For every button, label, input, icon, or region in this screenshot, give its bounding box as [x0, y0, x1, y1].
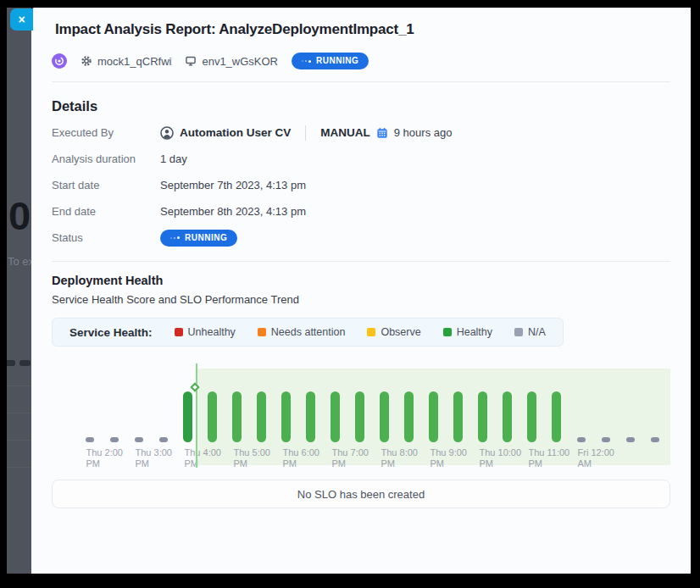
health-chart: Thu 2:00PMThu 3:00PMThu 4:00PMThu 5:00PM… [52, 356, 670, 473]
status-badge: RUNNING [160, 230, 237, 247]
detail-label: End date [52, 205, 160, 218]
service-health-legend: Service Health: UnhealthyNeeds attention… [52, 318, 564, 347]
health-bar[interactable] [429, 391, 438, 442]
x-axis-label: Fri 12:00AM [578, 447, 614, 469]
user-avatar-icon [160, 126, 174, 140]
legend-label: Healthy [457, 326, 492, 338]
health-bar[interactable] [503, 391, 512, 442]
background-count-text: 0 [8, 192, 30, 239]
health-bar[interactable] [626, 437, 635, 442]
legend-label: Observe [381, 326, 420, 338]
detail-label: Executed By [52, 126, 160, 139]
legend-swatch [175, 328, 183, 336]
x-axis-label: Thu 7:00PM [332, 447, 369, 469]
background-row-divider [7, 413, 31, 413]
details-heading: Details [52, 98, 670, 114]
legend-item: Observe [367, 326, 420, 338]
legend-label: Needs attention [271, 326, 346, 338]
legend-item: Healthy [443, 326, 492, 338]
health-bar[interactable] [183, 391, 192, 442]
close-icon[interactable]: × [10, 8, 33, 31]
legend-swatch [258, 328, 266, 336]
detail-row-status: Status RUNNING [52, 225, 670, 251]
impact-analysis-report-drawer: Impact Analysis Report: AnalyzeDeploymen… [31, 8, 691, 574]
service-chip: mock1_qCRfwi [81, 55, 171, 68]
trigger-mode: MANUAL [320, 126, 370, 139]
analysis-duration-value: 1 day [160, 153, 187, 165]
legend-item: Needs attention [258, 326, 346, 338]
health-bar[interactable] [306, 391, 315, 442]
report-meta-row: mock1_qCRfwi env1_wGsKOR RUNNING [52, 51, 667, 71]
deployment-health-heading: Deployment Health [52, 274, 670, 287]
service-name: mock1_qCRfwi [97, 55, 171, 68]
detail-label: Status [52, 231, 160, 244]
legend-title: Service Health: [69, 326, 153, 339]
vertical-divider [305, 125, 306, 141]
slo-empty-message: No SLO has been created [297, 488, 425, 501]
status-badge: RUNNING [292, 53, 369, 69]
health-bar[interactable] [232, 391, 242, 442]
dimmed-page-backdrop: 0 To expa [7, 8, 31, 574]
running-dots-icon [170, 236, 180, 239]
x-axis-label: Thu 11:00PM [529, 447, 570, 469]
health-bar[interactable] [110, 437, 119, 442]
detail-row-start-date: Start date September 7th 2023, 4:13 pm [52, 172, 670, 198]
impact-analysis-icon [52, 53, 67, 69]
health-bar[interactable] [404, 391, 414, 442]
deployment-marker-line [196, 363, 197, 468]
x-axis-label: Thu 5:00PM [234, 447, 270, 469]
legend-item: N/A [514, 326, 546, 338]
status-badge-label: RUNNING [316, 57, 358, 65]
end-date-value: September 8th 2023, 4:13 pm [160, 205, 306, 218]
health-bar[interactable] [552, 391, 561, 442]
slo-empty-state: No SLO has been created [52, 480, 670, 508]
detail-label: Analysis duration [52, 153, 160, 165]
running-dots-icon [302, 60, 311, 63]
detail-row-duration: Analysis duration 1 day [52, 146, 670, 172]
background-chart-stub [19, 360, 31, 366]
detail-row-executed-by: Executed By Automation User CV MANUAL 9 … [52, 119, 670, 146]
environment-icon [185, 55, 197, 67]
x-axis-label: Thu 3:00PM [136, 447, 172, 469]
health-bar[interactable] [135, 437, 143, 442]
x-axis-label: Thu 6:00PM [283, 447, 319, 469]
health-bar[interactable] [453, 391, 463, 442]
detail-label: Start date [52, 179, 160, 191]
legend-label: Unhealthy [188, 326, 236, 338]
health-bar[interactable] [208, 391, 217, 442]
x-axis-label: Thu 10:00PM [480, 447, 522, 469]
health-bar[interactable] [355, 391, 364, 442]
chart-subtitle: Service Health Score and SLO Performance… [52, 293, 670, 306]
gear-icon [81, 55, 92, 67]
health-bar[interactable] [527, 391, 536, 442]
background-row-divider [7, 467, 31, 468]
health-bar[interactable] [281, 391, 291, 442]
details-section: Details Executed By Automation User CV M… [31, 82, 691, 251]
legend-swatch [514, 328, 523, 336]
x-axis-label: Thu 2:00PM [86, 447, 123, 469]
legend-swatch [367, 328, 375, 336]
health-bar[interactable] [380, 391, 389, 442]
start-date-value: September 7th 2023, 4:13 pm [160, 179, 306, 191]
background-partial-text: To expa [8, 255, 31, 268]
executed-time-ago: 9 hours ago [394, 126, 453, 139]
background-chart-stub [7, 360, 15, 366]
legend-item: Unhealthy [175, 326, 236, 338]
background-row-divider [7, 440, 31, 441]
health-bar[interactable] [651, 437, 659, 442]
health-bar[interactable] [478, 391, 487, 442]
health-bar[interactable] [577, 437, 586, 442]
health-bar[interactable] [602, 437, 610, 442]
deployment-health-section: Deployment Health Service Health Score a… [31, 262, 691, 508]
calendar-icon [376, 127, 388, 139]
health-bar[interactable] [86, 437, 94, 442]
health-bar[interactable] [331, 391, 340, 442]
x-axis-label: Thu 4:00PM [185, 447, 221, 469]
x-axis-label: Thu 8:00PM [381, 447, 418, 469]
health-bar[interactable] [257, 391, 266, 442]
report-title: Impact Analysis Report: AnalyzeDeploymen… [31, 8, 691, 38]
executed-by-user: Automation User CV [180, 126, 291, 139]
environment-chip: env1_wGsKOR [185, 55, 278, 68]
x-axis-label: Thu 9:00PM [431, 447, 467, 469]
health-bar[interactable] [159, 437, 168, 442]
